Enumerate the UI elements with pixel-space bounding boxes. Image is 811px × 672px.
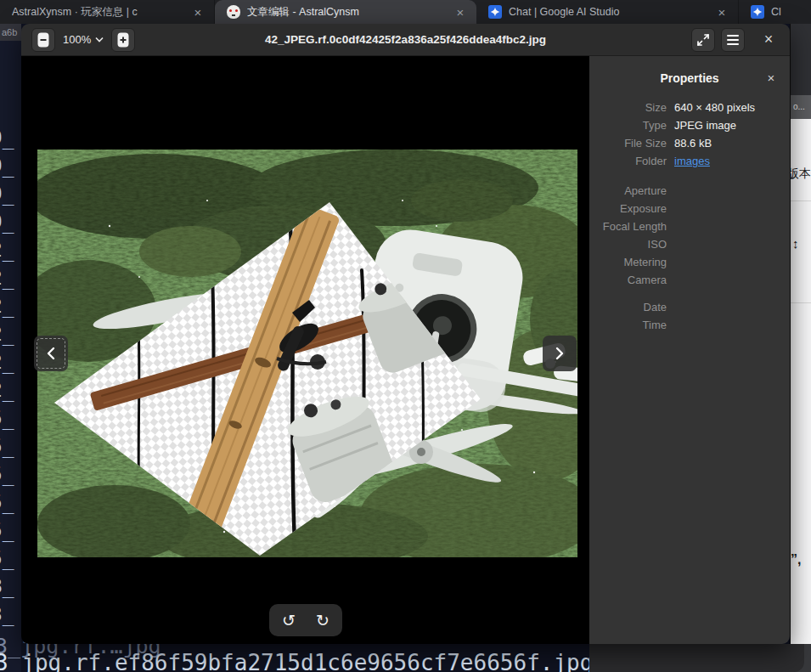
property-row-folder: Folder images — [589, 152, 790, 170]
close-window-button[interactable]: × — [757, 28, 780, 52]
property-row-metering: Metering — [589, 253, 790, 271]
property-row-iso: ISO — [589, 235, 790, 253]
viewer-filename-title: 42_JPEG.rf.0c0df42425f2a836a25f426ddea4f… — [123, 33, 688, 46]
property-row-camera: Camera — [589, 271, 790, 289]
chevron-down-icon — [95, 37, 104, 42]
background-tab-fragment: o... — [791, 95, 811, 119]
property-row-type: Type JPEG image — [589, 116, 790, 134]
zoom-level-dropdown[interactable]: 100% — [55, 28, 111, 52]
background-filename-column: 9_ 9_ 9_ 9_ 2_ 2_ 2_ 2_ 2_ 2_ 5_ 5_ 5_ 5… — [0, 124, 14, 629]
property-row-exposure: Exposure — [589, 200, 790, 217]
properties-panel: Properties × Size 640 × 480 pixels Type … — [589, 56, 790, 644]
page-text-fragment: 版本 — [790, 167, 811, 182]
tab-astralxynsm[interactable]: AstralXynsm · 玩家信息 | c × — [0, 0, 215, 24]
rotate-counterclockwise-icon[interactable]: ↺ — [277, 608, 301, 632]
hamburger-menu-icon — [726, 34, 740, 46]
rotate-clockwise-icon[interactable]: ↻ — [311, 608, 335, 632]
chevron-right-icon — [553, 346, 566, 361]
property-row-date: Date — [589, 298, 790, 316]
tab-title: Chat | Google AI Studio — [509, 6, 707, 18]
ai-studio-favicon-icon — [488, 5, 502, 19]
rotate-toolbar: ↺ ↻ — [269, 604, 342, 636]
tab-close-icon[interactable]: × — [453, 5, 468, 20]
folder-link[interactable]: images — [674, 152, 710, 170]
previous-image-button[interactable] — [34, 336, 68, 371]
tab-article-editor[interactable]: 文章编辑 - AstralCynsm × — [215, 0, 476, 24]
background-file-list-strip: 9_ 9_ 9_ 9_ 2_ 2_ 2_ 2_ 2_ 2_ 5_ 5_ 5_ 5… — [0, 24, 21, 672]
divider — [791, 302, 811, 303]
background-window-edge — [589, 644, 804, 672]
skull-favicon-icon — [227, 5, 240, 19]
page-text-fragment: ”, — [791, 552, 801, 568]
zoom-level-value: 100% — [63, 33, 91, 46]
image-viewer-window: 100% 42_JPEG.rf.0c0df42425f2a836a25f426d… — [21, 24, 790, 644]
tab-close-icon[interactable]: × — [714, 5, 729, 20]
property-row-aperture: Aperture — [589, 182, 790, 200]
browser-tab-bar: AstralXynsm · 玩家信息 | c × 文章编辑 - AstralCy… — [0, 0, 811, 24]
property-row-filesize: File Size 88.6 kB — [589, 134, 790, 152]
tab-title: Cl — [771, 6, 803, 18]
property-row-focal-length: Focal Length — [589, 217, 790, 235]
next-image-button[interactable] — [543, 336, 577, 371]
properties-rows: Size 640 × 480 pixels Type JPEG image Fi… — [589, 99, 790, 334]
zoom-in-button[interactable] — [111, 28, 135, 52]
background-window-fragment: a6b — [0, 24, 21, 41]
tab-title: AstralXynsm · 玩家信息 | c — [12, 5, 183, 20]
background-titlebar-fragment — [791, 24, 811, 95]
fullscreen-icon — [696, 32, 711, 48]
ai-studio-favicon-icon — [751, 5, 764, 19]
chevron-left-icon — [44, 346, 58, 361]
tab-title: 文章编辑 - AstralCynsm — [247, 5, 446, 20]
property-row-time: Time — [589, 316, 790, 334]
tab-partial[interactable]: Cl — [739, 0, 811, 24]
divider — [791, 200, 811, 201]
updown-arrow-icon: ↕ — [792, 236, 799, 251]
background-page-strip: o... 版本 ↕ ”, — [790, 24, 811, 672]
zoom-out-button[interactable] — [31, 28, 55, 52]
property-row-size: Size 640 × 480 pixels — [589, 99, 790, 116]
fullscreen-button[interactable] — [691, 28, 715, 52]
properties-close-icon[interactable]: × — [763, 70, 780, 87]
viewer-content: ↺ ↻ Properties × Size 640 × 480 pixels T… — [21, 56, 790, 644]
headerbar-right-controls: × — [691, 28, 780, 52]
viewer-headerbar: 100% 42_JPEG.rf.0c0df42425f2a836a25f426d… — [21, 24, 790, 56]
background-page-fragment: 版本 ↕ ”, — [791, 119, 811, 644]
properties-title: Properties — [589, 71, 790, 85]
tab-close-icon[interactable]: × — [190, 5, 206, 20]
tab-google-ai-studio[interactable]: Chat | Google AI Studio × — [476, 0, 739, 24]
terminal-filename: 3_jpg.rf.ef86f59bfa2715d1c6e9656cf7e6656… — [0, 650, 593, 672]
photo-image — [37, 150, 577, 557]
menu-button[interactable] — [721, 28, 745, 52]
image-canvas: ↺ ↻ — [21, 56, 589, 644]
